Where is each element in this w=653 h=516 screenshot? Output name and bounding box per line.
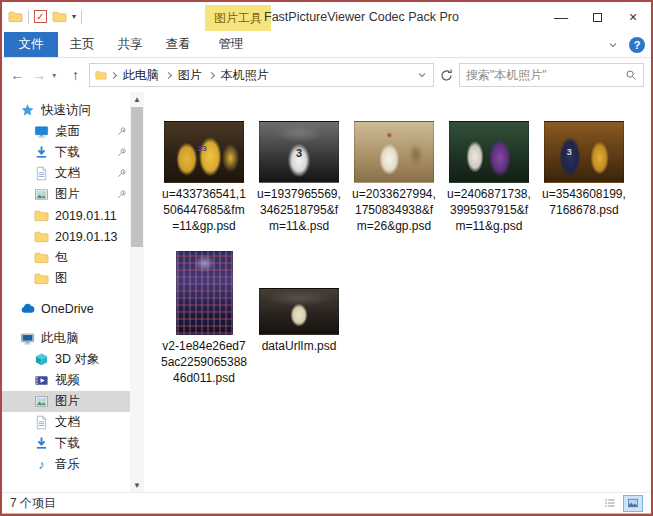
sidebar-item-downloads[interactable]: 下载 xyxy=(2,142,130,163)
file-item[interactable]: dataUrlIm.psd xyxy=(255,250,343,386)
ribbon-tab-row: 文件 主页 共享 查看 管理 ? xyxy=(2,32,651,58)
sidebar-item-label: 桌面 xyxy=(55,123,80,140)
sidebar-item-label: 文档 xyxy=(55,414,80,431)
properties-check-icon[interactable]: ✓ xyxy=(34,10,47,23)
file-row: 23 u=433736541,1506447685&fm=11&gp.psd 3… xyxy=(160,120,651,234)
sidebar-item-label: 图 xyxy=(55,270,68,287)
details-view-button[interactable] xyxy=(600,495,620,512)
breadcrumb-local-photos[interactable]: 本机照片 xyxy=(218,67,272,84)
up-icon[interactable]: ↑ xyxy=(67,68,84,82)
window-title: FastPictureViewer Codec Pack Pro xyxy=(264,2,459,32)
refresh-icon[interactable] xyxy=(439,68,454,83)
new-folder-icon[interactable] xyxy=(52,9,67,24)
tab-manage[interactable]: 管理 xyxy=(205,32,257,57)
search-input[interactable] xyxy=(466,68,621,82)
navigation-pane: 快速访问 桌面 下载 文档 图片 xyxy=(2,92,130,492)
sidebar-item-documents[interactable]: 文档 xyxy=(2,163,130,184)
view-buttons xyxy=(600,495,643,512)
sidebar-item-label: 2019.01.13 xyxy=(55,230,118,244)
jersey-number: 3 xyxy=(567,147,572,157)
sidebar-item-pictures-pc[interactable]: 图片 xyxy=(2,391,130,412)
sidebar-item-folder-2019-01-13[interactable]: 2019.01.13 xyxy=(2,226,130,247)
sidebar-item-videos[interactable]: 视频 xyxy=(2,370,130,391)
qat-dropdown-icon[interactable]: ▾ xyxy=(72,12,76,21)
back-icon[interactable]: ← xyxy=(9,68,26,82)
main-area: 快速访问 桌面 下载 文档 图片 xyxy=(2,92,651,492)
file-thumbnail[interactable]: 3 xyxy=(544,121,624,183)
sidebar-item-this-pc[interactable]: 此电脑 xyxy=(2,328,130,349)
file-item[interactable]: 3 u=3543608199,7168678.psd xyxy=(540,120,628,234)
pictures-icon xyxy=(34,187,49,202)
sidebar-item-label: 下载 xyxy=(55,435,80,452)
pin-icon xyxy=(116,126,127,137)
tab-share[interactable]: 共享 xyxy=(106,32,154,57)
sidebar-item-label: 音乐 xyxy=(55,456,80,473)
sidebar-item-pictures[interactable]: 图片 xyxy=(2,184,130,205)
file-item[interactable]: 3 u=1937965569,3462518795&fm=11&.psd xyxy=(255,120,343,234)
breadcrumb-separator-icon xyxy=(165,71,172,78)
file-item[interactable]: u=2033627994,1750834938&fm=26&gp.psd xyxy=(350,120,438,234)
sidebar-item-folder-bao[interactable]: 包 xyxy=(2,247,130,268)
sidebar-item-label: OneDrive xyxy=(41,302,94,316)
file-item[interactable]: 23 u=433736541,1506447685&fm=11&gp.psd xyxy=(160,120,248,234)
sidebar-item-music[interactable]: ♪ 音乐 xyxy=(2,454,130,475)
scroll-down-icon[interactable]: ▼ xyxy=(130,478,144,492)
sidebar-item-downloads-pc[interactable]: 下载 xyxy=(2,433,130,454)
maximize-button[interactable] xyxy=(579,2,615,32)
breadcrumb-pictures[interactable]: 图片 xyxy=(175,67,205,84)
sidebar-item-label: 2019.01.11 xyxy=(55,209,117,223)
sidebar-item-3d-objects[interactable]: 3D 对象 xyxy=(2,349,130,370)
forward-icon[interactable]: → xyxy=(31,68,48,82)
file-thumbnail[interactable] xyxy=(259,288,339,335)
folder-icon xyxy=(34,271,49,286)
file-item[interactable]: v2-1e84e26ed75ac225906538846d011.psd xyxy=(160,250,248,386)
sidebar-scrollbar[interactable]: ▲ ▼ xyxy=(130,92,144,492)
file-item[interactable]: u=2406871738,3995937915&fm=11&g.psd xyxy=(445,120,533,234)
scroll-up-icon[interactable]: ▲ xyxy=(130,92,144,106)
folder-icon xyxy=(34,229,49,244)
search-box[interactable] xyxy=(459,63,644,87)
titlebar: ✓ ▾ 图片工具 FastPictureViewer Codec Pack Pr… xyxy=(2,2,651,32)
download-icon xyxy=(34,145,49,160)
sidebar-item-label: 视频 xyxy=(55,372,80,389)
pictures-icon xyxy=(34,394,49,409)
thumbnails-view-button[interactable] xyxy=(623,495,643,512)
close-button[interactable]: × xyxy=(615,2,651,32)
sidebar-item-label: 下载 xyxy=(55,144,80,161)
sidebar-item-quick-access[interactable]: 快速访问 xyxy=(2,100,130,121)
pin-icon xyxy=(116,147,127,158)
tab-home[interactable]: 主页 xyxy=(58,32,106,57)
help-icon[interactable]: ? xyxy=(629,37,645,53)
file-thumbnail[interactable]: 23 xyxy=(164,121,244,183)
file-thumbnail[interactable] xyxy=(449,121,529,183)
breadcrumb[interactable]: 此电脑 图片 本机照片 xyxy=(89,63,434,87)
pin-icon xyxy=(116,168,127,179)
sidebar-item-label: 图片 xyxy=(55,393,80,410)
minimize-button[interactable]: — xyxy=(543,2,579,32)
file-thumbnail[interactable] xyxy=(354,121,434,183)
details-view-icon xyxy=(604,497,616,509)
file-thumbnail[interactable]: 3 xyxy=(259,121,339,183)
tab-view[interactable]: 查看 xyxy=(154,32,202,57)
sidebar-item-onedrive[interactable]: OneDrive xyxy=(2,298,130,319)
sidebar-item-documents-pc[interactable]: 文档 xyxy=(2,412,130,433)
breadcrumb-this-pc[interactable]: 此电脑 xyxy=(120,67,162,84)
file-name: u=433736541,1506447685&fm=11&gp.psd xyxy=(160,186,248,234)
sidebar-item-folder-2019-01-11[interactable]: 2019.01.11 xyxy=(2,205,130,226)
document-icon xyxy=(34,166,49,181)
breadcrumb-separator-icon xyxy=(208,71,215,78)
history-dropdown-icon[interactable]: ▾ xyxy=(52,71,62,80)
file-thumbnail[interactable] xyxy=(176,251,233,335)
file-name: u=2406871738,3995937915&fm=11&g.psd xyxy=(445,186,533,234)
sidebar-item-desktop[interactable]: 桌面 xyxy=(2,121,130,142)
music-icon: ♪ xyxy=(34,457,49,472)
search-icon[interactable] xyxy=(625,69,637,81)
address-dropdown-icon[interactable] xyxy=(416,69,428,81)
file-grid: 23 u=433736541,1506447685&fm=11&gp.psd 3… xyxy=(144,92,651,492)
sidebar-item-folder-tu[interactable]: 图 xyxy=(2,268,130,289)
ribbon-expand-chevron-icon[interactable] xyxy=(607,39,619,51)
tab-file[interactable]: 文件 xyxy=(4,32,58,57)
breadcrumb-separator-icon xyxy=(110,71,117,78)
star-icon xyxy=(20,103,35,118)
scrollbar-thumb[interactable] xyxy=(131,107,143,247)
